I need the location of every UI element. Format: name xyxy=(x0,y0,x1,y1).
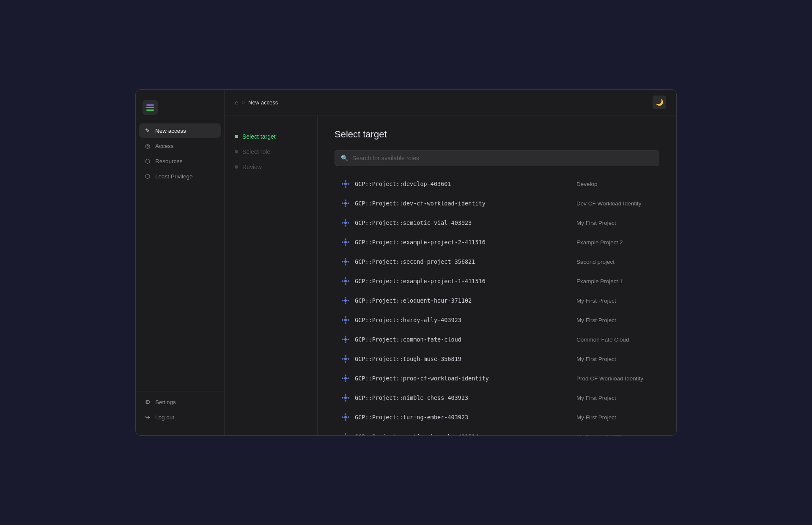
table-row[interactable]: GCP::Project::develop-403601Develop xyxy=(335,175,659,193)
sidebar-item-settings[interactable]: ⚙Settings xyxy=(139,395,221,409)
table-row[interactable]: GCP::Project::semiotic-vial-403923My Fir… xyxy=(335,213,659,232)
project-name: Develop xyxy=(576,181,653,187)
logout-icon: ↪ xyxy=(144,414,151,421)
svg-point-63 xyxy=(344,319,347,321)
project-id: GCP::Project::dev-cf-workload-identity xyxy=(355,200,576,207)
table-row[interactable]: GCP::Project::dev-cf-workload-identityDe… xyxy=(335,194,659,213)
gcp-project-icon xyxy=(341,257,350,266)
svg-point-81 xyxy=(344,358,347,360)
theme-toggle-button[interactable]: 🌙 xyxy=(653,96,666,109)
search-input[interactable] xyxy=(352,155,653,161)
svg-point-46 xyxy=(345,277,346,279)
logo-icon xyxy=(146,104,154,111)
svg-point-3 xyxy=(342,183,343,185)
svg-point-101 xyxy=(345,400,346,402)
breadcrumb-home-icon: ⌂ xyxy=(235,99,238,106)
project-name: My First Project xyxy=(576,220,653,226)
search-bar[interactable]: 🔍 xyxy=(335,150,659,166)
settings-icon: ⚙ xyxy=(144,399,151,405)
svg-point-38 xyxy=(345,264,346,265)
svg-point-12 xyxy=(342,202,343,204)
svg-point-93 xyxy=(342,377,343,379)
sidebar-item-new-access[interactable]: ✎New access xyxy=(139,123,221,138)
panel-title: Select target xyxy=(335,129,659,140)
svg-point-109 xyxy=(345,413,346,415)
svg-point-91 xyxy=(345,375,346,376)
project-id: GCP::Project::example-project-1-411516 xyxy=(355,278,576,284)
gcp-project-icon xyxy=(341,355,350,363)
access-icon: ◎ xyxy=(144,142,151,149)
sidebar: ✎New access◎Access⬡Resources⬡Least Privi… xyxy=(136,90,225,435)
project-name: My First Project xyxy=(576,395,653,401)
logo-bar-2 xyxy=(146,107,154,108)
sidebar-nav: ✎New access◎Access⬡Resources⬡Least Privi… xyxy=(136,123,224,391)
svg-point-85 xyxy=(348,358,349,360)
svg-point-84 xyxy=(342,358,343,360)
logo-bar-1 xyxy=(146,104,154,106)
table-row[interactable]: GCP::Project::nimble-chess-403923My Firs… xyxy=(335,388,659,407)
sidebar-item-resources[interactable]: ⬡Resources xyxy=(139,154,221,168)
project-id: GCP::Project::prod-cf-workload-identity xyxy=(355,375,576,382)
table-row[interactable]: GCP::Project::eloquent-hour-371102My Fir… xyxy=(335,291,659,310)
table-row[interactable]: GCP::Project::second-project-356821Secon… xyxy=(335,252,659,271)
svg-point-30 xyxy=(342,241,343,243)
svg-point-118 xyxy=(345,433,346,435)
step-select-role[interactable]: Select role xyxy=(235,144,307,159)
main-content: ⌂ > New access 🌙 Select targetSelect rol… xyxy=(225,90,676,435)
table-row[interactable]: GCP::Project::example-project-2-411516Ex… xyxy=(335,233,659,252)
sidebar-item-logout[interactable]: ↪Log out xyxy=(139,410,221,424)
table-row[interactable]: GCP::Project::turing-ember-403923My Firs… xyxy=(335,408,659,427)
gcp-project-icon xyxy=(341,374,350,383)
svg-point-65 xyxy=(345,322,346,324)
table-row[interactable]: GCP::Project::example-project-1-411516Ex… xyxy=(335,272,659,290)
table-row[interactable]: GCP::Project::continual-works-411514My P… xyxy=(335,427,659,435)
project-name: My First Project xyxy=(576,317,653,323)
sidebar-item-least-privilege[interactable]: ⬡Least Privilege xyxy=(139,169,221,183)
project-id: GCP::Project::hardy-ally-403923 xyxy=(355,317,576,323)
svg-point-72 xyxy=(344,338,347,341)
svg-point-99 xyxy=(344,396,347,399)
svg-point-27 xyxy=(344,241,347,243)
breadcrumb-current: New access xyxy=(248,99,278,106)
new-access-icon: ✎ xyxy=(144,127,151,134)
step-review[interactable]: Review xyxy=(235,159,307,175)
svg-point-45 xyxy=(344,280,347,282)
svg-point-11 xyxy=(345,205,346,207)
project-id: GCP::Project::example-project-2-411516 xyxy=(355,239,576,246)
project-id: GCP::Project::second-project-356821 xyxy=(355,258,576,265)
table-row[interactable]: GCP::Project::tough-muse-356819My First … xyxy=(335,350,659,368)
project-id: GCP::Project::common-fate-cloud xyxy=(355,336,576,343)
svg-point-75 xyxy=(342,339,343,340)
gcp-project-icon xyxy=(341,238,350,246)
table-row[interactable]: GCP::Project::common-fate-cloudCommon Fa… xyxy=(335,330,659,349)
svg-point-31 xyxy=(348,241,349,243)
sidebar-bottom: ⚙Settings↪Log out xyxy=(136,391,224,429)
svg-point-20 xyxy=(345,225,346,227)
svg-point-64 xyxy=(345,316,346,318)
step-select-target[interactable]: Select target xyxy=(235,129,307,144)
project-name: Common Fate Cloud xyxy=(576,336,653,343)
project-name: Prod CF Workload Identity xyxy=(576,375,653,382)
svg-point-1 xyxy=(345,180,346,182)
step-label-select-role: Select role xyxy=(242,148,270,155)
gcp-project-icon xyxy=(341,316,350,324)
table-row[interactable]: GCP::Project::hardy-ally-403923My First … xyxy=(335,311,659,329)
project-id: GCP::Project::turing-ember-403923 xyxy=(355,414,576,421)
project-name: My Project 64407 xyxy=(576,434,653,436)
svg-point-29 xyxy=(345,244,346,246)
table-row[interactable]: GCP::Project::prod-cf-workload-identityP… xyxy=(335,369,659,388)
app-window: ✎New access◎Access⬡Resources⬡Least Privi… xyxy=(135,89,677,436)
sidebar-label-resources: Resources xyxy=(155,158,183,164)
resources-icon: ⬡ xyxy=(144,158,151,164)
step-dot-select-target xyxy=(235,135,238,138)
svg-point-36 xyxy=(344,260,347,263)
svg-point-28 xyxy=(345,238,346,240)
logo-area xyxy=(136,96,224,123)
project-id: GCP::Project::nimble-chess-403923 xyxy=(355,394,576,401)
search-icon: 🔍 xyxy=(341,155,348,161)
svg-point-55 xyxy=(345,297,346,298)
svg-point-112 xyxy=(348,416,349,418)
project-name: Example Project 2 xyxy=(576,239,653,246)
project-list: GCP::Project::develop-403601Develop GCP:… xyxy=(335,175,659,435)
sidebar-item-access[interactable]: ◎Access xyxy=(139,139,221,153)
